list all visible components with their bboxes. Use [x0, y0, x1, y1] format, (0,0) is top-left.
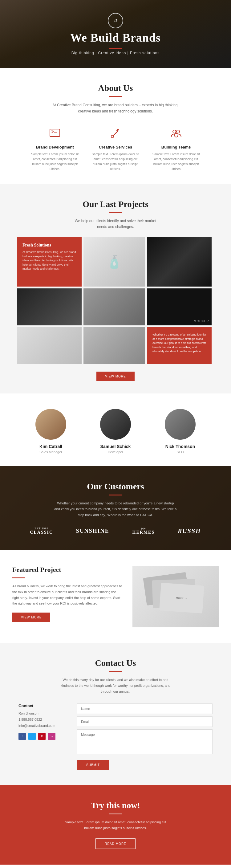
team-name-1: Kim Catrall: [25, 444, 77, 449]
pinterest-icon[interactable]: P: [38, 733, 45, 740]
project-bags-image: [84, 288, 145, 326]
card-3: MOCKUP: [159, 583, 204, 614]
card-stack: MOCKUP MOCKUP MOCKUP: [145, 575, 206, 618]
contact-form: SUBMIT: [77, 704, 212, 770]
team-section: Kim Catrall Sales Manager Samuel Schick …: [0, 394, 231, 466]
contact-grid: Contact Ron Jhonson 1.888.567.0522 info@…: [19, 704, 212, 770]
svg-point-5: [176, 130, 179, 133]
fresh-solutions-title: Fresh Solutions: [23, 243, 76, 248]
feature-creative-services: Creative Services Sample text. Lorem ips…: [85, 126, 146, 172]
project-dark-waves-image: [147, 237, 211, 286]
cta-text: Sample text. Lorem ipsum dolor sit amet,…: [60, 819, 171, 831]
customers-title: Our Customers: [19, 482, 212, 492]
cta-divider: [109, 813, 122, 814]
project-mockup-image: MOCKUP: [147, 288, 211, 326]
features-row: Brand Development Sample text. Lorem ips…: [25, 126, 206, 172]
projects-grid: Fresh Solutions At Creative Brand Consul…: [17, 237, 214, 364]
team-role-2: Developer: [89, 450, 142, 454]
twitter-icon[interactable]: t: [28, 733, 36, 740]
project-strategy-text: Whether it's a revamp of an existing ide…: [147, 327, 211, 364]
building-teams-title: Building Teams: [152, 145, 200, 150]
hero-section: B We Build Brands Big thinking | Creativ…: [0, 0, 231, 68]
contact-section: Contact Us We do this every day for our …: [0, 643, 231, 785]
projects-subtitle: We help our clients identify and solve t…: [69, 218, 162, 230]
team-name-3: Nick Thomson: [154, 444, 206, 449]
brand-russh: RUSSH: [178, 528, 201, 535]
view-more-button[interactable]: VIEW MORE: [96, 372, 134, 381]
brand-sunshine: Sunshine: [76, 528, 109, 534]
feature-building-teams: Building Teams Sample text. Lorem ipsum …: [146, 126, 206, 172]
brand-logo: B: [108, 13, 123, 28]
project-card-image: [84, 327, 145, 364]
team-name-2: Samuel Schick: [89, 444, 142, 449]
project-bottle-image: 🧴: [84, 237, 145, 286]
cta-title: Try this now!: [19, 801, 212, 810]
brand-classic: EST 1964 CLASSIC: [30, 527, 53, 535]
facebook-icon[interactable]: f: [19, 733, 26, 740]
contact-info: Contact Ron Jhonson 1.888.567.0522 info@…: [19, 704, 68, 770]
code-icon: [47, 126, 63, 141]
customers-text: Whether your current company needs to be…: [54, 500, 177, 518]
creative-services-text: Sample text. Lorem ipsum dolor sit amet,…: [92, 152, 140, 172]
featured-section: Featured Project As brand builders, we w…: [0, 550, 231, 643]
contact-phone: 1.888.567.0522: [19, 717, 68, 723]
hero-subtitle: Big thinking | Creative ideas | Fresh so…: [71, 51, 160, 55]
avatar-kim: [35, 409, 66, 440]
hero-divider: [109, 48, 122, 49]
team-member-2: Samuel Schick Developer: [83, 409, 148, 454]
contact-name: Ron Jhonson: [19, 711, 68, 717]
brand-development-title: Brand Development: [31, 145, 79, 150]
hero-title: We Build Brands: [70, 31, 161, 44]
featured-view-more-button[interactable]: VIEW MORE: [12, 613, 50, 622]
customers-section: Our Customers Whether your current compa…: [0, 466, 231, 550]
contact-label: Contact: [19, 704, 68, 708]
cta-read-more-button[interactable]: READ MORE: [96, 838, 135, 849]
avatar-nick: [165, 409, 196, 440]
contact-email: info@creativebrand.com: [19, 723, 68, 729]
cta-section: Try this now! Sample text. Lorem ipsum d…: [0, 785, 231, 864]
fresh-solutions-text: At Creative Brand Consulting, we are bra…: [23, 250, 76, 271]
contact-divider: [109, 671, 122, 672]
about-description: At Creative Brand Consulting, we are bra…: [51, 102, 180, 115]
strategy-text: Whether it's a revamp of an existing ide…: [153, 333, 206, 354]
project-tags-image: [17, 288, 81, 326]
message-input[interactable]: [77, 729, 212, 754]
name-input[interactable]: [77, 704, 212, 714]
projects-divider: [109, 212, 122, 213]
about-title: About Us: [25, 83, 206, 93]
featured-content: Featured Project As brand builders, we w…: [12, 566, 123, 622]
feature-brand-development: Brand Development Sample text. Lorem ips…: [25, 126, 85, 172]
avatar-samuel: [100, 409, 131, 440]
projects-title: Our Last Projects: [12, 199, 219, 209]
team-member-1: Kim Catrall Sales Manager: [19, 409, 83, 454]
svg-line-2: [113, 131, 118, 136]
submit-button[interactable]: SUBMIT: [77, 760, 109, 770]
featured-image: MOCKUP MOCKUP MOCKUP: [132, 566, 219, 627]
customers-divider: [109, 495, 122, 495]
email-input[interactable]: [77, 716, 212, 727]
about-section: About Us At Creative Brand Consulting, w…: [0, 68, 231, 184]
contact-title: Contact Us: [19, 658, 212, 668]
team-role-3: SEO: [154, 450, 206, 454]
about-divider: [109, 96, 122, 97]
project-perfume-image: [17, 327, 81, 364]
featured-title: Featured Project: [12, 566, 123, 574]
featured-divider: [12, 578, 25, 578]
team-role-1: Sales Manager: [25, 450, 77, 454]
projects-section: Our Last Projects We help our clients id…: [0, 184, 231, 394]
brand-hermes: ▶▶ HERMES: [132, 527, 155, 535]
featured-text: As brand builders, we work to bring the …: [12, 583, 123, 607]
brands-row: EST 1964 CLASSIC Sunshine ▶▶ HERMES RUSS…: [19, 527, 212, 535]
social-icons: f t P in: [19, 733, 68, 740]
people-icon: [168, 126, 184, 141]
mockup-label: MOCKUP: [194, 319, 209, 323]
team-member-3: Nick Thomson SEO: [148, 409, 212, 454]
instagram-icon[interactable]: in: [48, 733, 56, 740]
svg-point-3: [111, 135, 114, 138]
creative-services-title: Creative Services: [92, 145, 140, 150]
tools-icon: [108, 126, 123, 141]
building-teams-text: Sample text. Lorem ipsum dolor sit amet,…: [152, 152, 200, 172]
contact-subtitle: We do this every day for our clients, an…: [60, 677, 171, 694]
brand-development-text: Sample text. Lorem ipsum dolor sit amet,…: [31, 152, 79, 172]
svg-point-4: [173, 130, 176, 133]
